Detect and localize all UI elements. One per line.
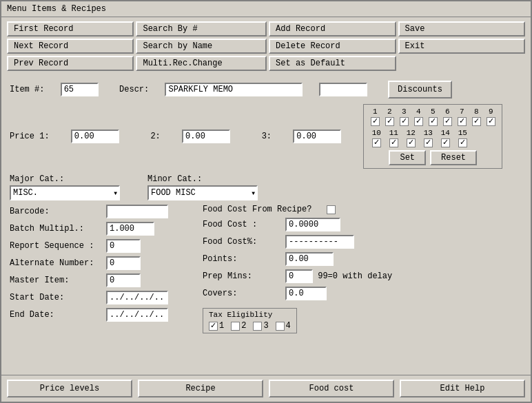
chk-15[interactable] <box>458 138 467 147</box>
prep-mins-note: 99=0 with delay <box>318 271 392 281</box>
item-number-label: Item #: <box>10 85 44 94</box>
chk-13[interactable] <box>424 138 433 147</box>
price-levels-button[interactable]: Price levels <box>7 380 132 397</box>
chk-8[interactable] <box>472 117 481 126</box>
title-bar: Menu Items & Recipes <box>1 1 531 17</box>
minor-cat-wrapper: FOOD MISC <box>147 185 258 200</box>
batch-label: Batch Multipl.: <box>10 224 106 234</box>
minor-cat-select[interactable]: FOOD MISC <box>147 185 258 200</box>
price3-label: 3: <box>262 132 272 141</box>
main-window: Menu Items & Recipes First Record Search… <box>0 0 532 403</box>
descr-label: Descr: <box>119 85 149 94</box>
chk-5[interactable] <box>429 117 438 126</box>
first-record-button[interactable]: First Record <box>7 21 134 37</box>
descr-extra-input[interactable] <box>319 83 367 96</box>
checkbox-grid: 1 2 3 4 5 6 7 8 9 <box>363 104 502 169</box>
chk-3[interactable] <box>400 117 409 126</box>
food-cost-recipe-chk[interactable] <box>327 205 336 214</box>
reset-button[interactable]: Reset <box>430 150 477 165</box>
discounts-button[interactable]: Discounts <box>388 81 452 99</box>
end-date-label: End Date: <box>10 310 106 320</box>
food-cost-amt-input[interactable] <box>285 218 340 231</box>
footer-bar: Price levels Recipe Food cost Edit Help <box>1 375 531 402</box>
price1-label: Price 1: <box>10 132 50 141</box>
tax2-chk[interactable] <box>231 322 240 331</box>
barcode-label: Barcode: <box>10 207 106 216</box>
major-cat-label: Major Cat.: <box>10 174 120 184</box>
chk-10[interactable] <box>372 138 381 147</box>
chk-14[interactable] <box>441 138 450 147</box>
end-date-input[interactable] <box>106 308 168 322</box>
price2-label: 2: <box>150 132 160 141</box>
master-item-input[interactable] <box>106 273 141 287</box>
window-title: Menu Items & Recipes <box>7 4 106 14</box>
food-cost-amt-label: Food Cost : <box>203 220 285 229</box>
tax4-chk[interactable] <box>276 322 285 331</box>
search-by-name-button[interactable]: Search by Name <box>136 39 267 54</box>
tax1-chk[interactable] <box>209 322 218 331</box>
start-date-input[interactable] <box>106 291 168 304</box>
food-cost-pct-label: Food Cost%: <box>203 237 285 247</box>
set-as-default-button[interactable]: Set as Default <box>269 56 396 71</box>
alt-num-label: Alternate Number: <box>10 258 106 268</box>
tax-legend: Tax Eligiblity <box>209 311 291 319</box>
multi-rec-change-button[interactable]: Multi.Rec.Change <box>136 56 267 71</box>
item-number-input[interactable] <box>61 83 99 96</box>
price1-input[interactable] <box>71 130 119 143</box>
price3-input[interactable] <box>293 130 341 143</box>
alt-num-input[interactable] <box>106 256 141 270</box>
chk-9[interactable] <box>487 117 495 126</box>
start-date-label: Start Date: <box>10 293 106 302</box>
points-label: Points: <box>203 254 285 264</box>
prep-mins-input[interactable] <box>285 269 313 283</box>
chk-12[interactable] <box>407 138 416 147</box>
major-cat-wrapper: MISC. <box>10 185 120 200</box>
chk-2[interactable] <box>385 117 394 126</box>
chk-6[interactable] <box>443 117 452 126</box>
major-cat-select[interactable]: MISC. <box>10 185 120 200</box>
toolbar: First Record Search By # Add Record Save… <box>1 17 531 75</box>
chk-4[interactable] <box>414 117 423 126</box>
descr-input[interactable] <box>165 83 303 96</box>
tax-eligibility-group: Tax Eligiblity 1 2 3 <box>203 308 297 333</box>
minor-cat-label: Minor Cat.: <box>147 174 258 184</box>
chk-7[interactable] <box>458 117 467 126</box>
tax2-label: 2 <box>231 321 246 331</box>
prev-record-button[interactable]: Prev Record <box>7 56 134 71</box>
covers-label: Covers: <box>203 289 285 298</box>
set-button[interactable]: Set <box>389 150 426 165</box>
main-content: Item #: Descr: Discounts Price 1: 2: 3: <box>1 75 531 375</box>
tax3-chk[interactable] <box>253 322 262 331</box>
covers-input[interactable] <box>285 287 327 300</box>
food-cost-recipe-label: Food Cost From Recipe? <box>203 205 327 214</box>
recipe-button[interactable]: Recipe <box>138 380 263 397</box>
batch-input[interactable] <box>106 222 154 236</box>
chk-11[interactable] <box>389 138 398 147</box>
next-record-button[interactable]: Next Record <box>7 39 134 54</box>
tax1-label: 1 <box>209 321 224 331</box>
food-cost-pct-input[interactable] <box>285 235 354 249</box>
exit-button[interactable]: Exit <box>398 39 525 54</box>
tax4-label: 4 <box>276 321 291 331</box>
barcode-input[interactable] <box>106 205 168 218</box>
delete-record-button[interactable]: Delete Record <box>269 39 396 54</box>
edit-help-button[interactable]: Edit Help <box>400 380 525 397</box>
chk-1[interactable] <box>371 117 380 126</box>
add-record-button[interactable]: Add Record <box>269 21 396 37</box>
prep-mins-label: Prep Mins: <box>203 271 285 281</box>
tax-checkboxes: 1 2 3 4 <box>209 321 291 331</box>
save-button[interactable]: Save <box>398 21 525 37</box>
points-input[interactable] <box>285 252 334 266</box>
tax3-label: 3 <box>253 321 268 331</box>
report-seq-label: Report Sequence : <box>10 241 106 251</box>
search-by-number-button[interactable]: Search By # <box>136 21 267 37</box>
report-seq-input[interactable] <box>106 239 141 253</box>
master-item-label: Master Item: <box>10 276 106 285</box>
food-cost-button[interactable]: Food cost <box>269 380 394 397</box>
price2-input[interactable] <box>182 130 230 143</box>
